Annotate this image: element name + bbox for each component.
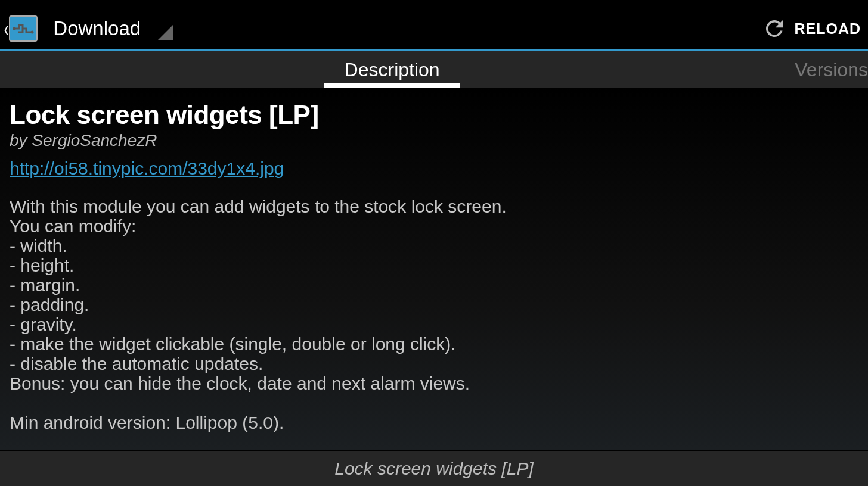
reload-icon bbox=[762, 16, 787, 41]
spinner-dropdown-icon[interactable] bbox=[157, 25, 173, 40]
action-bar: ‹ Download RELOAD bbox=[0, 8, 868, 49]
tab-versions[interactable]: Versions bbox=[784, 51, 868, 88]
module-author: by SergioSanchezR bbox=[10, 131, 858, 150]
tab-bar: Description Versions bbox=[0, 51, 868, 88]
module-description: With this module you can add widgets to … bbox=[10, 197, 858, 432]
back-icon[interactable]: ‹ bbox=[4, 17, 9, 40]
tab-description[interactable]: Description bbox=[0, 51, 784, 88]
status-bar bbox=[0, 0, 868, 8]
content-area: Lock screen widgets [LP] by SergioSanche… bbox=[0, 88, 868, 450]
tab-label: Versions bbox=[795, 59, 868, 81]
reload-label: RELOAD bbox=[794, 20, 861, 38]
app-icon[interactable] bbox=[9, 15, 38, 42]
module-link[interactable]: http://oi58.tinypic.com/33dy1x4.jpg bbox=[10, 158, 284, 179]
svg-point-0 bbox=[13, 27, 16, 30]
svg-point-1 bbox=[31, 31, 34, 34]
page-title[interactable]: Download bbox=[53, 17, 141, 40]
tab-label: Description bbox=[345, 59, 440, 81]
bottom-title: Lock screen widgets [LP] bbox=[334, 459, 534, 479]
tab-active-indicator bbox=[324, 83, 460, 88]
module-title: Lock screen widgets [LP] bbox=[10, 100, 858, 130]
bottom-bar[interactable]: Lock screen widgets [LP] bbox=[0, 450, 868, 486]
reload-button[interactable]: RELOAD bbox=[762, 16, 861, 41]
